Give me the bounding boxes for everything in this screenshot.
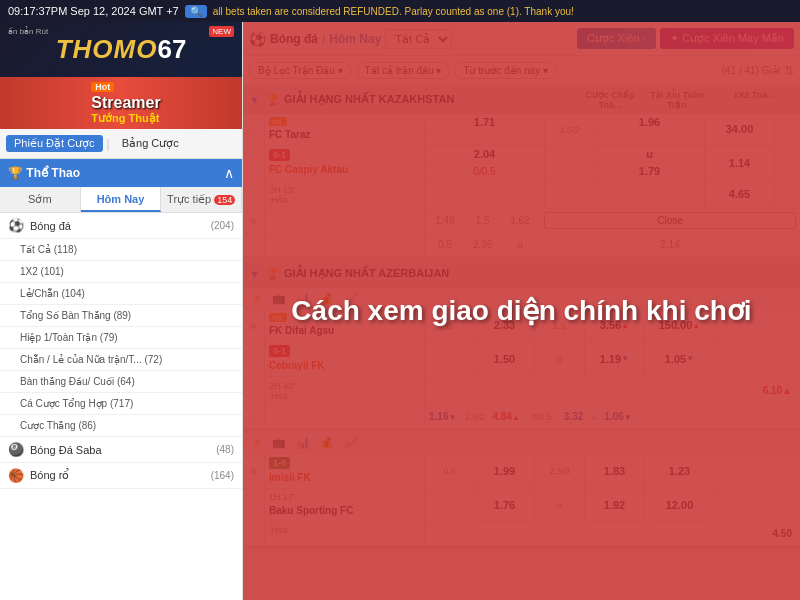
tab-phieu-dat-cuoc[interactable]: Phiếu Đặt Cược [6,135,103,152]
overlay[interactable]: Cách xem giao diện chính khi chơi [243,22,800,600]
sport-sub-tat-ca[interactable]: Tất Cả (118) [0,239,242,261]
sport-sub-ca-cuoc[interactable]: Cá Cược Tổng Hợp (717) [0,393,242,415]
sport-list: ⚽ Bóng đá (204) Tất Cả (118) 1X2 (101) L… [0,213,242,600]
tab-bang-cuoc[interactable]: Bảng Cược [114,135,187,152]
sidebar: ấn bản Rút THOMO 67 NEW Hot Streamer Tướ… [0,22,243,600]
main-wrapper: ⚽ Bóng đá / Hôm Nay Tất Cả Cược Xiên › ✦… [243,22,800,600]
logo-sub: ấn bản Rút [8,27,48,36]
streamer-title: Streamer [91,94,160,112]
sport-sub-ban-thang-dau[interactable]: Bàn thắng Đầu/ Cuối (64) [0,371,242,393]
main-layout: ấn bản Rút THOMO 67 NEW Hot Streamer Tướ… [0,22,800,600]
logo-num: 67 [157,34,186,65]
sport-item-bong-da-saba[interactable]: 🎱 Bóng Đá Saba (48) [0,437,242,463]
sport-sub-hiep1[interactable]: Hiệp 1/Toàn Trận (79) [0,327,242,349]
soccer-icon: ⚽ [8,218,24,233]
logo-text: THOMO [56,34,158,65]
sport-sub-le-chan[interactable]: Lẻ/Chẵn (104) [0,283,242,305]
sports-collapse-icon[interactable]: ∧ [224,165,234,181]
overlay-text: Cách xem giao diện chính khi chơi [271,271,771,350]
sports-header: 🏆 Thể Thao ∧ [0,159,242,187]
streamer-banner[interactable]: Hot Streamer Tướng Thuật [0,77,242,129]
streamer-subtitle: Tướng Thuật [91,112,159,125]
hot-label: Hot [91,82,114,92]
saba-icon: 🎱 [8,442,24,457]
basketball-icon: 🏀 [8,468,24,483]
streamer-img: Hot Streamer Tướng Thuật [81,82,160,125]
sport-item-bong-ro[interactable]: 🏀 Bóng rổ (164) [0,463,242,489]
sport-item-bong-da[interactable]: ⚽ Bóng đá (204) [0,213,242,239]
sports-title: 🏆 Thể Thao [8,166,80,180]
tab-hom-nay[interactable]: Hôm Nay [81,187,162,212]
time-tabs: Sớm Hôm Nay Trực tiếp 154 [0,187,242,213]
tab-truc-tiep[interactable]: Trực tiếp 154 [161,187,242,212]
live-count-badge: 154 [214,195,235,205]
tab-som[interactable]: Sớm [0,187,81,212]
sport-sub-cuoc-thang[interactable]: Cược Thắng (86) [0,415,242,437]
notice-text: all bets taken are considered REFUNDED. … [213,6,792,17]
time-display: 09:17:37PM Sep 12, 2024 GMT +7 [8,5,179,17]
new-badge: NEW [209,26,234,37]
search-icon[interactable]: 🔍 [185,5,207,18]
sport-sub-1x2[interactable]: 1X2 (101) [0,261,242,283]
logo-area: ấn bản Rút THOMO 67 NEW [0,22,242,77]
top-bar: 09:17:37PM Sep 12, 2024 GMT +7 🔍 all bet… [0,0,800,22]
sport-sub-tong-ban[interactable]: Tổng Số Bàn Thắng (89) [0,305,242,327]
bet-tabs: Phiếu Đặt Cược | Bảng Cược [0,129,242,159]
sport-sub-chan-le-nua[interactable]: Chẵn / Lẻ của Nữa trận/T... (72) [0,349,242,371]
